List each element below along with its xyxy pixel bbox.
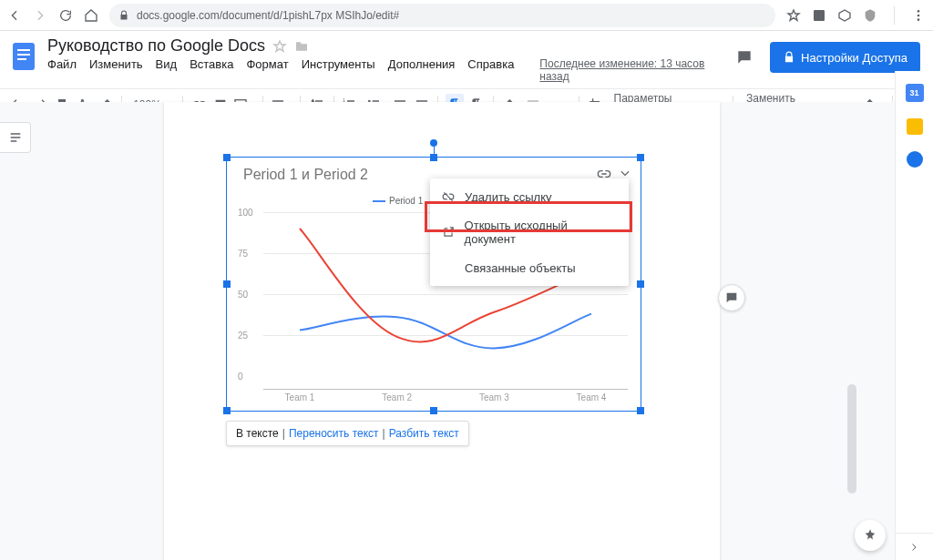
- resize-handle[interactable]: [223, 280, 231, 288]
- explore-button[interactable]: [855, 520, 886, 551]
- doc-title[interactable]: Руководство по Google Docs: [47, 36, 265, 56]
- svg-rect-0: [814, 10, 825, 21]
- menu-file[interactable]: Файл: [47, 57, 77, 83]
- forward-icon[interactable]: [33, 8, 47, 23]
- tasks-icon[interactable]: [907, 151, 923, 168]
- cm-open-source[interactable]: Открыть исходный документ: [430, 211, 629, 253]
- side-panel: 31: [895, 71, 933, 560]
- home-icon[interactable]: [84, 8, 98, 23]
- cm-linked-objects[interactable]: Связанные объекты: [430, 253, 629, 282]
- svg-rect-6: [17, 54, 30, 56]
- add-comment-bubble[interactable]: [718, 284, 745, 311]
- resize-handle[interactable]: [223, 154, 231, 161]
- star-outline-icon[interactable]: [272, 39, 287, 54]
- resize-handle[interactable]: [430, 154, 437, 161]
- browser-bar: docs.google.com/document/d/1pishL7px MSI…: [0, 0, 933, 31]
- svg-point-3: [918, 18, 920, 21]
- scrollbar[interactable]: [847, 384, 856, 494]
- share-button[interactable]: Настройки Доступа: [770, 42, 920, 73]
- doc-header: Руководство по Google Docs Файл Изменить…: [0, 31, 933, 83]
- rotate-handle[interactable]: [430, 139, 437, 147]
- comments-button[interactable]: [732, 45, 757, 70]
- open-external-icon: [441, 225, 456, 239]
- menu-format[interactable]: Формат: [246, 57, 288, 83]
- ext1-icon[interactable]: [812, 8, 826, 23]
- lock-icon: [118, 10, 129, 21]
- svg-rect-4: [13, 43, 35, 70]
- unlink-icon: [441, 189, 456, 204]
- svg-rect-7: [17, 58, 26, 60]
- menu-insert[interactable]: Вставка: [190, 57, 233, 83]
- menu-addons[interactable]: Дополнения: [388, 57, 456, 83]
- menu-tools[interactable]: Инструменты: [302, 57, 375, 83]
- opt-inline[interactable]: В тексте: [236, 427, 279, 440]
- star-icon[interactable]: [786, 8, 801, 23]
- ext2-icon[interactable]: [837, 8, 852, 23]
- last-edit[interactable]: Последнее изменение: 13 часов назад: [539, 57, 724, 83]
- folder-icon[interactable]: [294, 39, 309, 54]
- resize-handle[interactable]: [430, 407, 437, 414]
- chart-legend: Period 1: [373, 196, 423, 206]
- calendar-icon[interactable]: 31: [906, 84, 924, 102]
- resize-handle[interactable]: [637, 407, 644, 414]
- share-label: Настройки Доступа: [801, 51, 907, 65]
- reload-icon[interactable]: [58, 8, 73, 23]
- workspace: Period 1 и Period 2 Period 1 Team 1Team …: [0, 102, 895, 560]
- chart-context-menu: Удалить ссылку Открыть исходный документ…: [430, 178, 629, 286]
- url-bar[interactable]: docs.google.com/document/d/1pishL7px MSI…: [109, 4, 775, 27]
- resize-handle[interactable]: [637, 280, 644, 288]
- chart-title: Period 1 и Period 2: [243, 167, 368, 183]
- ext3-icon[interactable]: [863, 8, 877, 23]
- resize-handle[interactable]: [637, 154, 644, 161]
- outline-toggle[interactable]: [0, 122, 31, 153]
- back-icon[interactable]: [7, 8, 22, 23]
- image-wrap-options: В тексте | Переносить текст | Разбить те…: [226, 421, 469, 446]
- menu-bar: Файл Изменить Вид Вставка Формат Инструм…: [47, 57, 724, 83]
- svg-point-2: [918, 14, 920, 16]
- side-panel-arrow[interactable]: [895, 533, 933, 560]
- svg-rect-5: [17, 49, 30, 51]
- url-text: docs.google.com/document/d/1pishL7px MSI…: [137, 9, 399, 22]
- svg-point-1: [918, 10, 920, 13]
- doc-page: Period 1 и Period 2 Period 1 Team 1Team …: [164, 102, 720, 560]
- menu-help[interactable]: Справка: [467, 57, 514, 83]
- menu-view[interactable]: Вид: [156, 57, 178, 83]
- opt-break[interactable]: Разбить текст: [389, 427, 459, 440]
- keep-icon[interactable]: [907, 118, 923, 135]
- opt-wrap[interactable]: Переносить текст: [289, 427, 379, 440]
- docs-logo-icon[interactable]: [7, 40, 40, 73]
- cm-unlink[interactable]: Удалить ссылку: [430, 182, 629, 211]
- menu-edit[interactable]: Изменить: [89, 57, 143, 83]
- resize-handle[interactable]: [223, 407, 231, 414]
- menu-dots-icon[interactable]: [911, 8, 926, 23]
